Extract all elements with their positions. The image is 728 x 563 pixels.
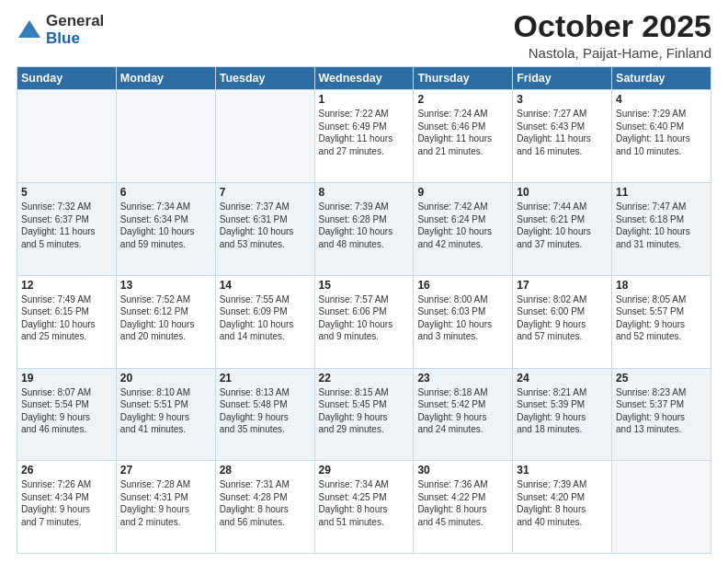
day-number: 18	[616, 279, 707, 292]
cell-info: Sunrise: 7:42 AMSunset: 6:24 PMDaylight:…	[417, 201, 508, 250]
day-number: 10	[517, 186, 608, 199]
col-tuesday: Tuesday	[215, 67, 314, 90]
cell-info: Sunrise: 7:39 AMSunset: 6:28 PMDaylight:…	[319, 201, 410, 250]
day-number: 1	[319, 93, 410, 106]
calendar-table: Sunday Monday Tuesday Wednesday Thursday…	[17, 66, 711, 554]
calendar-body: 1Sunrise: 7:22 AMSunset: 6:49 PMDaylight…	[17, 90, 711, 554]
table-row: 18Sunrise: 8:05 AMSunset: 5:57 PMDayligh…	[612, 275, 711, 368]
day-number: 17	[517, 279, 608, 292]
table-row	[215, 90, 314, 183]
day-number: 6	[120, 186, 211, 199]
day-number: 24	[517, 372, 608, 385]
table-row: 29Sunrise: 7:34 AMSunset: 4:25 PMDayligh…	[314, 461, 414, 554]
cell-info: Sunrise: 7:47 AMSunset: 6:18 PMDaylight:…	[616, 201, 707, 250]
cell-info: Sunrise: 8:10 AMSunset: 5:51 PMDaylight:…	[120, 386, 211, 436]
table-row: 28Sunrise: 7:31 AMSunset: 4:28 PMDayligh…	[215, 461, 314, 554]
table-row: 17Sunrise: 8:02 AMSunset: 6:00 PMDayligh…	[513, 275, 612, 368]
calendar-week-row: 26Sunrise: 7:26 AMSunset: 4:34 PMDayligh…	[17, 461, 711, 554]
calendar-week-row: 19Sunrise: 8:07 AMSunset: 5:54 PMDayligh…	[17, 368, 711, 461]
table-row: 10Sunrise: 7:44 AMSunset: 6:21 PMDayligh…	[513, 183, 612, 276]
cell-info: Sunrise: 7:34 AMSunset: 6:34 PMDaylight:…	[120, 201, 211, 250]
col-saturday: Saturday	[612, 67, 711, 90]
calendar-week-row: 1Sunrise: 7:22 AMSunset: 6:49 PMDaylight…	[17, 90, 711, 183]
table-row: 11Sunrise: 7:47 AMSunset: 6:18 PMDayligh…	[612, 183, 711, 276]
title-area: October 2025 Nastola, Paijat-Hame, Finla…	[514, 9, 711, 61]
table-row: 3Sunrise: 7:27 AMSunset: 6:43 PMDaylight…	[513, 90, 612, 183]
day-number: 2	[417, 93, 508, 106]
cell-info: Sunrise: 8:15 AMSunset: 5:45 PMDaylight:…	[319, 386, 410, 436]
day-number: 25	[616, 372, 707, 385]
cell-info: Sunrise: 7:29 AMSunset: 6:40 PMDaylight:…	[616, 108, 707, 157]
cell-info: Sunrise: 7:57 AMSunset: 6:06 PMDaylight:…	[319, 293, 410, 343]
day-number: 30	[417, 464, 508, 477]
table-row	[612, 461, 711, 554]
day-number: 29	[319, 464, 410, 477]
cell-info: Sunrise: 7:36 AMSunset: 4:22 PMDaylight:…	[417, 478, 508, 528]
day-number: 14	[220, 279, 311, 292]
cell-info: Sunrise: 7:24 AMSunset: 6:46 PMDaylight:…	[417, 108, 508, 157]
day-number: 26	[21, 464, 112, 477]
day-number: 8	[319, 186, 410, 199]
day-number: 13	[120, 279, 211, 292]
day-number: 15	[319, 279, 410, 292]
day-number: 19	[21, 372, 112, 385]
table-row: 8Sunrise: 7:39 AMSunset: 6:28 PMDaylight…	[314, 183, 414, 276]
table-row: 24Sunrise: 8:21 AMSunset: 5:39 PMDayligh…	[513, 368, 612, 461]
cell-info: Sunrise: 7:39 AMSunset: 4:20 PMDaylight:…	[517, 478, 608, 528]
cell-info: Sunrise: 8:05 AMSunset: 5:57 PMDaylight:…	[616, 293, 707, 343]
table-row: 31Sunrise: 7:39 AMSunset: 4:20 PMDayligh…	[513, 461, 612, 554]
table-row: 13Sunrise: 7:52 AMSunset: 6:12 PMDayligh…	[116, 275, 215, 368]
table-row: 27Sunrise: 7:28 AMSunset: 4:31 PMDayligh…	[116, 461, 215, 554]
day-number: 23	[417, 372, 508, 385]
cell-info: Sunrise: 7:31 AMSunset: 4:28 PMDaylight:…	[220, 478, 311, 528]
table-row: 9Sunrise: 7:42 AMSunset: 6:24 PMDaylight…	[414, 183, 513, 276]
table-row: 19Sunrise: 8:07 AMSunset: 5:54 PMDayligh…	[17, 368, 117, 461]
table-row: 2Sunrise: 7:24 AMSunset: 6:46 PMDaylight…	[414, 90, 513, 183]
calendar-header: Sunday Monday Tuesday Wednesday Thursday…	[17, 67, 711, 90]
table-row: 30Sunrise: 7:36 AMSunset: 4:22 PMDayligh…	[414, 461, 513, 554]
table-row: 26Sunrise: 7:26 AMSunset: 4:34 PMDayligh…	[17, 461, 117, 554]
header-row: Sunday Monday Tuesday Wednesday Thursday…	[17, 67, 711, 90]
col-thursday: Thursday	[414, 67, 513, 90]
cell-info: Sunrise: 8:00 AMSunset: 6:03 PMDaylight:…	[417, 293, 508, 343]
table-row: 21Sunrise: 8:13 AMSunset: 5:48 PMDayligh…	[215, 368, 314, 461]
table-row: 23Sunrise: 8:18 AMSunset: 5:42 PMDayligh…	[414, 368, 513, 461]
table-row: 7Sunrise: 7:37 AMSunset: 6:31 PMDaylight…	[215, 183, 314, 276]
logo-text: General Blue	[46, 13, 104, 47]
col-sunday: Sunday	[17, 67, 117, 90]
col-wednesday: Wednesday	[314, 67, 414, 90]
table-row: 16Sunrise: 8:00 AMSunset: 6:03 PMDayligh…	[414, 275, 513, 368]
cell-info: Sunrise: 7:26 AMSunset: 4:34 PMDaylight:…	[21, 478, 112, 528]
table-row: 6Sunrise: 7:34 AMSunset: 6:34 PMDaylight…	[116, 183, 215, 276]
day-number: 31	[517, 464, 608, 477]
calendar-week-row: 5Sunrise: 7:32 AMSunset: 6:37 PMDaylight…	[17, 183, 711, 276]
table-row: 12Sunrise: 7:49 AMSunset: 6:15 PMDayligh…	[17, 275, 117, 368]
col-friday: Friday	[513, 67, 612, 90]
table-row: 4Sunrise: 7:29 AMSunset: 6:40 PMDaylight…	[612, 90, 711, 183]
col-monday: Monday	[116, 67, 215, 90]
cell-info: Sunrise: 7:49 AMSunset: 6:15 PMDaylight:…	[21, 293, 112, 343]
day-number: 7	[220, 186, 311, 199]
cell-info: Sunrise: 8:02 AMSunset: 6:00 PMDaylight:…	[517, 293, 608, 343]
day-number: 20	[120, 372, 211, 385]
table-row: 14Sunrise: 7:55 AMSunset: 6:09 PMDayligh…	[215, 275, 314, 368]
cell-info: Sunrise: 7:44 AMSunset: 6:21 PMDaylight:…	[517, 201, 608, 250]
cell-info: Sunrise: 7:27 AMSunset: 6:43 PMDaylight:…	[517, 108, 608, 157]
header: General Blue October 2025 Nastola, Paija…	[17, 9, 711, 61]
table-row: 20Sunrise: 8:10 AMSunset: 5:51 PMDayligh…	[116, 368, 215, 461]
cell-info: Sunrise: 8:21 AMSunset: 5:39 PMDaylight:…	[517, 386, 608, 436]
day-number: 22	[319, 372, 410, 385]
cell-info: Sunrise: 7:52 AMSunset: 6:12 PMDaylight:…	[120, 293, 211, 343]
logo-blue: Blue	[46, 30, 104, 48]
cell-info: Sunrise: 7:34 AMSunset: 4:25 PMDaylight:…	[319, 478, 410, 528]
table-row: 1Sunrise: 7:22 AMSunset: 6:49 PMDaylight…	[314, 90, 414, 183]
cell-info: Sunrise: 7:55 AMSunset: 6:09 PMDaylight:…	[220, 293, 311, 343]
day-number: 4	[616, 93, 707, 106]
day-number: 12	[21, 279, 112, 292]
cell-info: Sunrise: 7:22 AMSunset: 6:49 PMDaylight:…	[319, 108, 410, 157]
table-row: 15Sunrise: 7:57 AMSunset: 6:06 PMDayligh…	[314, 275, 414, 368]
table-row: 25Sunrise: 8:23 AMSunset: 5:37 PMDayligh…	[612, 368, 711, 461]
location-subtitle: Nastola, Paijat-Hame, Finland	[514, 45, 711, 61]
table-row: 22Sunrise: 8:15 AMSunset: 5:45 PMDayligh…	[314, 368, 414, 461]
day-number: 11	[616, 186, 707, 199]
